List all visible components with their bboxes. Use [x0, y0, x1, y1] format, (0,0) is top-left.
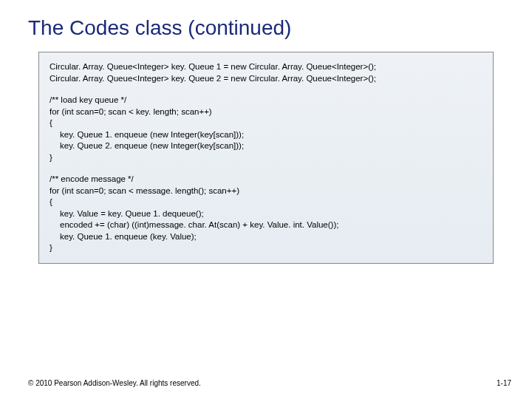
- code-line: for (int scan=0; scan < key. length; sca…: [50, 106, 482, 118]
- code-line: }: [50, 152, 482, 164]
- code-line: for (int scan=0; scan < message. length(…: [50, 185, 482, 197]
- code-box: Circular. Array. Queue<Integer> key. Que…: [38, 52, 494, 264]
- code-line: key. Queue 1. enqueue (key. Value);: [50, 231, 482, 243]
- page-number: 1-17: [497, 379, 511, 387]
- code-line: {: [50, 197, 482, 208]
- copyright-footer: © 2010 Pearson Addison-Wesley. All right…: [28, 379, 201, 387]
- code-line: key. Queue 1. enqueue (new Integer(key[s…: [50, 129, 482, 141]
- code-line: key. Queue 2. enqueue (new Integer(key[s…: [50, 140, 482, 152]
- slide-title: The Codes class (continued): [28, 16, 291, 40]
- code-line: key. Value = key. Queue 1. dequeue();: [50, 208, 482, 220]
- code-line: Circular. Array. Queue<Integer> key. Que…: [50, 73, 482, 85]
- code-line: {: [50, 117, 482, 129]
- code-line: Circular. Array. Queue<Integer> key. Que…: [50, 61, 482, 73]
- code-line: }: [50, 242, 482, 254]
- code-line: encoded += (char) ((int)message. char. A…: [50, 219, 482, 231]
- code-line: /** encode message */: [50, 174, 482, 185]
- code-line: /** load key queue */: [50, 95, 482, 106]
